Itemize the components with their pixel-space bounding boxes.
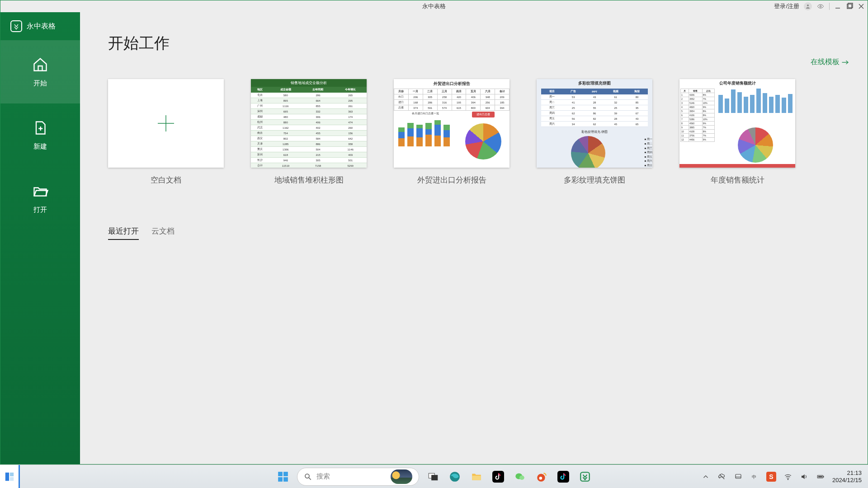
preview-footer-bar bbox=[679, 164, 795, 168]
svg-rect-24 bbox=[472, 475, 481, 480]
preview-content: 多彩纹理填充饼图 项目广告PPT视频海报 周一53436180 周二412832… bbox=[537, 79, 652, 168]
douyin-icon[interactable] bbox=[491, 469, 506, 484]
svg-rect-22 bbox=[432, 475, 438, 480]
preview-content: 公司年度销售额统计 月销售占比 142068% 235527% 3514610%… bbox=[679, 79, 795, 168]
yozo-app-icon[interactable] bbox=[577, 469, 593, 484]
template-region-sales[interactable]: 销售地域成交金额分析 地区成交金额去年同期今年增长 北京580286265 上海… bbox=[251, 79, 367, 185]
tray-chevron-up-icon[interactable] bbox=[701, 472, 710, 481]
template-thumb bbox=[108, 79, 224, 168]
preview-title: 多彩纹理填充饼图 bbox=[537, 79, 652, 88]
preview-subtitle: 彩色纹理填充-饼图 bbox=[537, 129, 652, 135]
search-icon bbox=[304, 473, 312, 481]
tray-sogou-icon[interactable]: S bbox=[766, 472, 776, 482]
svg-text:中: 中 bbox=[752, 474, 756, 479]
preview-title: 外贸进出口分析报告 bbox=[394, 79, 509, 89]
sidebar-item-label: 打开 bbox=[33, 206, 47, 214]
plus-icon bbox=[156, 113, 176, 133]
minimize-button[interactable] bbox=[834, 3, 841, 10]
preview-content: 外贸进出口分析报告 月份一月二月三月四月五月六月合计 出口20630525842… bbox=[394, 79, 509, 168]
svg-point-19 bbox=[305, 474, 309, 478]
taskbar-search[interactable]: 搜索 bbox=[297, 468, 419, 486]
template-thumb: 外贸进出口分析报告 月份一月二月三月四月五月六月合计 出口20630525842… bbox=[394, 79, 509, 168]
svg-rect-14 bbox=[9, 477, 13, 480]
page-heading: 开始工作 bbox=[108, 33, 840, 54]
preview-pie bbox=[571, 136, 605, 168]
tab-recent[interactable]: 最近打开 bbox=[108, 226, 139, 240]
brand: 永中表格 bbox=[0, 12, 80, 40]
svg-rect-38 bbox=[823, 476, 824, 477]
template-caption: 多彩纹理填充饼图 bbox=[564, 175, 625, 185]
svg-rect-18 bbox=[283, 477, 288, 482]
app-window: 永中表格 登录/注册 bbox=[0, 0, 868, 465]
brand-logo-icon bbox=[10, 20, 22, 32]
tab-cloud-docs[interactable]: 云文档 bbox=[151, 226, 175, 240]
app-title: 永中表格 bbox=[422, 2, 446, 10]
template-caption: 年度销售额统计 bbox=[711, 175, 764, 185]
task-view-icon[interactable] bbox=[425, 469, 441, 484]
eye-icon[interactable] bbox=[816, 2, 825, 10]
close-button[interactable] bbox=[858, 3, 865, 10]
svg-point-1 bbox=[820, 5, 821, 7]
body: 永中表格 开始 新建 打开 开始工作 在线模板 bbox=[0, 12, 868, 464]
preview-content: 销售地域成交金额分析 地区成交金额去年同期今年增长 北京580286265 上海… bbox=[251, 79, 367, 168]
tray-wifi-icon[interactable] bbox=[783, 472, 793, 481]
template-caption: 空白文档 bbox=[151, 175, 181, 185]
sidebar-item-label: 新建 bbox=[33, 142, 47, 151]
svg-line-32 bbox=[720, 474, 725, 479]
sidebar-item-open[interactable]: 打开 bbox=[0, 167, 80, 230]
arrow-right-icon bbox=[841, 59, 849, 66]
preview-pie bbox=[465, 123, 501, 160]
login-link[interactable]: 登录/注册 bbox=[774, 2, 799, 10]
weibo-icon[interactable] bbox=[534, 469, 549, 484]
svg-point-27 bbox=[519, 475, 524, 480]
tray-ime-icon[interactable]: 中 bbox=[750, 472, 759, 481]
titlebar-divider bbox=[829, 3, 830, 10]
file-explorer-icon[interactable] bbox=[469, 469, 484, 484]
svg-rect-12 bbox=[5, 472, 9, 480]
taskbar-tray: 中 S 21:13 2024/12/15 bbox=[701, 469, 863, 483]
edge-icon[interactable] bbox=[447, 469, 462, 484]
titlebar: 永中表格 登录/注册 bbox=[0, 0, 868, 12]
tray-volume-icon[interactable] bbox=[800, 472, 809, 481]
sidebar: 永中表格 开始 新建 打开 bbox=[0, 12, 80, 464]
preview-pie bbox=[738, 127, 773, 163]
svg-rect-17 bbox=[278, 477, 283, 482]
template-trade-report[interactable]: 外贸进出口分析报告 月份一月二月三月四月五月六月合计 出口20630525842… bbox=[394, 79, 509, 185]
preview-title: 销售地域成交金额分析 bbox=[251, 79, 367, 87]
titlebar-right: 登录/注册 bbox=[774, 2, 865, 10]
taskbar-center: 搜索 bbox=[275, 468, 593, 486]
svg-rect-33 bbox=[736, 474, 741, 478]
template-annual-sales[interactable]: 公司年度销售额统计 月销售占比 142068% 235527% 3514610%… bbox=[679, 79, 795, 185]
template-blank[interactable]: 空白文档 bbox=[108, 79, 224, 185]
svg-point-36 bbox=[788, 479, 788, 480]
wechat-icon[interactable] bbox=[512, 469, 528, 484]
new-file-icon bbox=[32, 120, 48, 136]
sidebar-item-label: 开始 bbox=[33, 79, 47, 88]
main-area: 开始工作 在线模板 空白文档 bbox=[80, 12, 868, 464]
sidebar-item-start[interactable]: 开始 bbox=[0, 40, 80, 103]
start-button[interactable] bbox=[275, 469, 291, 484]
svg-rect-13 bbox=[9, 472, 13, 476]
home-icon bbox=[32, 56, 48, 73]
tray-onedrive-icon[interactable] bbox=[717, 472, 726, 481]
tray-touchpad-icon[interactable] bbox=[734, 472, 743, 481]
tray-battery-icon[interactable] bbox=[816, 472, 825, 481]
sidebar-item-new[interactable]: 新建 bbox=[0, 103, 80, 167]
recent-tabs: 最近打开 云文档 bbox=[108, 226, 840, 240]
tiktok-icon[interactable] bbox=[556, 469, 571, 484]
preview-title: 公司年度销售额统计 bbox=[679, 79, 795, 88]
search-scenery-icon bbox=[391, 469, 412, 484]
taskbar-clock[interactable]: 21:13 2024/12/15 bbox=[832, 469, 863, 483]
search-placeholder: 搜索 bbox=[316, 472, 330, 481]
template-thumb: 多彩纹理填充饼图 项目广告PPT视频海报 周一53436180 周二412832… bbox=[537, 79, 652, 168]
template-caption: 外贸进出口分析报告 bbox=[417, 175, 486, 185]
taskbar-left-app[interactable] bbox=[0, 465, 20, 488]
svg-point-0 bbox=[807, 5, 809, 6]
avatar-icon[interactable] bbox=[804, 2, 812, 10]
template-texture-pie[interactable]: 多彩纹理填充饼图 项目广告PPT视频海报 周一53436180 周二412832… bbox=[537, 79, 652, 185]
templates-row: 空白文档 销售地域成交金额分析 地区成交金额去年同期今年增长 北京5802862… bbox=[108, 79, 840, 185]
online-templates-link[interactable]: 在线模板 bbox=[811, 57, 849, 67]
clock-time: 21:13 bbox=[832, 469, 862, 477]
maximize-button[interactable] bbox=[846, 3, 853, 10]
svg-rect-16 bbox=[283, 472, 288, 476]
